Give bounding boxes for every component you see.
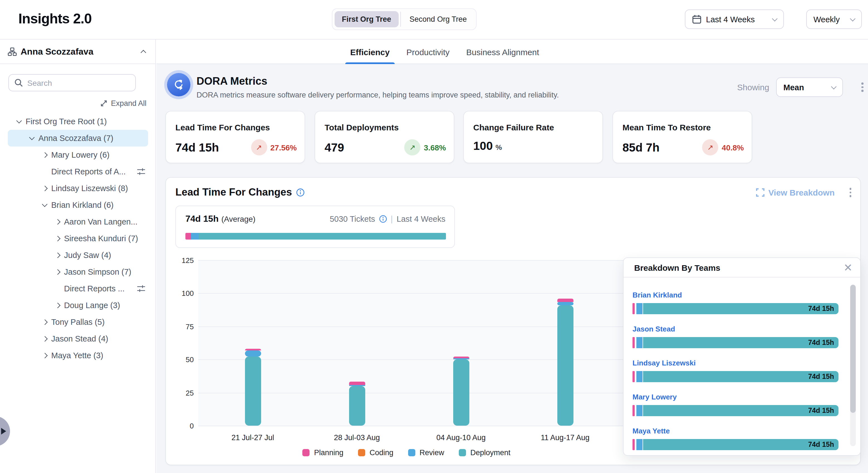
calendar-icon <box>692 14 702 24</box>
chevron-down-icon[interactable] <box>14 121 24 123</box>
panel-title: Breakdown By Teams <box>634 263 843 272</box>
chevron-right-icon[interactable] <box>53 304 62 307</box>
bar-segment-review <box>349 385 365 386</box>
tree-item-label: Tony Pallas (5) <box>51 318 105 326</box>
info-icon[interactable] <box>297 188 305 197</box>
tree-item[interactable]: Brian Kirkland (6) <box>8 197 148 213</box>
tab-productivity[interactable]: Productivity <box>406 39 450 64</box>
legend-item-deployment: Deployment <box>459 448 510 457</box>
chevron-right-icon[interactable] <box>40 320 50 324</box>
separator: | <box>391 214 393 224</box>
chevron-right-icon[interactable] <box>40 354 50 357</box>
trend-badge: ↗40.8% <box>702 139 744 155</box>
tree-item-label: Jason Simpson (7) <box>64 267 131 276</box>
tab-efficiency[interactable]: Efficiency <box>350 39 390 64</box>
tab-business-alignment[interactable]: Business Alignment <box>466 39 539 64</box>
view-breakdown-label: View Breakdown <box>768 188 835 197</box>
tree-item[interactable]: Direct Reports of A... <box>8 163 148 180</box>
chevron-down-icon[interactable] <box>27 137 37 139</box>
bar-segment-planning <box>245 349 261 350</box>
chevron-right-icon[interactable] <box>53 220 62 224</box>
lead-time-kebab-menu[interactable] <box>849 188 851 197</box>
chevron-right-icon[interactable] <box>53 237 62 240</box>
chevron-right-icon[interactable] <box>40 337 50 341</box>
expand-all-button[interactable]: Expand All <box>100 99 147 108</box>
summary-value: 74d 15h <box>185 214 219 224</box>
team-lead-time-value: 74d 15h <box>808 339 834 347</box>
bar-segment-review <box>245 350 261 357</box>
team-name-link[interactable]: Maya Yette <box>632 427 670 435</box>
chevron-right-icon[interactable] <box>53 270 62 274</box>
bar-segment-planning <box>557 299 573 302</box>
tree-item[interactable]: Tony Pallas (5) <box>8 314 148 330</box>
team-name-link[interactable]: Lindsay Liszewski <box>632 359 696 367</box>
tree-item[interactable]: Doug Lange (3) <box>8 297 148 314</box>
tree-item[interactable]: Mary Lowery (6) <box>8 147 148 163</box>
toggle-second-org-tree[interactable]: Second Org Tree <box>402 11 474 27</box>
bar-segment-planning <box>632 405 635 416</box>
bar-segment-deployment <box>557 305 573 426</box>
team-name-link[interactable]: Brian Kirkland <box>632 291 682 299</box>
team-lead-time-bar: 74d 15h <box>632 303 838 314</box>
bar-segment-deployment: 74d 15h <box>643 371 838 382</box>
tree-item-label: Aaron Van Langen... <box>64 217 137 226</box>
dora-kebab-menu[interactable] <box>861 83 863 92</box>
chevron-right-icon[interactable] <box>40 153 50 157</box>
team-lead-time-bar: 74d 15h <box>632 337 838 348</box>
stacked-bar <box>349 382 365 426</box>
team-name-link[interactable]: Jason Stead <box>632 325 675 333</box>
filter-icon[interactable] <box>137 168 145 176</box>
summary-phase-bar <box>185 233 446 240</box>
tree-item[interactable]: First Org Tree Root (1) <box>8 113 148 130</box>
legend-item-coding: Coding <box>358 448 393 457</box>
date-range-select[interactable]: Last 4 Weeks <box>685 9 784 29</box>
toggle-first-org-tree[interactable]: First Org Tree <box>335 11 398 27</box>
tree-item-label: Direct Reports of A... <box>51 167 126 176</box>
trend-up-arrow-icon: ↗ <box>404 139 421 155</box>
date-range-value: Last 4 Weeks <box>706 15 768 24</box>
team-name-link[interactable]: Mary Lowery <box>632 393 677 401</box>
bar-segment-deployment: 74d 15h <box>643 337 838 348</box>
tree-item[interactable]: Jason Simpson (7) <box>8 264 148 280</box>
tree-item[interactable]: Direct Reports ... <box>8 280 148 297</box>
sidebar-collapse-chevron[interactable] <box>142 47 145 57</box>
bar-segment-deployment <box>245 357 261 426</box>
summary-segment-review <box>191 233 199 240</box>
tree-item[interactable]: Aaron Van Langen... <box>8 213 148 230</box>
tree-item[interactable]: Maya Yette (3) <box>8 347 148 364</box>
filter-icon[interactable] <box>137 285 145 293</box>
tree-item[interactable]: Sireesha Kunduri (7) <box>8 230 148 247</box>
team-row: Lindsay Liszewski74d 15h <box>632 358 846 382</box>
tree-item[interactable]: Lindsay Liszewski (8) <box>8 180 148 197</box>
panel-scrollbar-thumb[interactable] <box>850 285 856 413</box>
view-breakdown-button[interactable]: View Breakdown <box>756 188 835 197</box>
chevron-right-icon[interactable] <box>53 254 62 257</box>
team-lead-time-value: 74d 15h <box>808 305 834 313</box>
bar-segment-review <box>637 439 643 450</box>
stacked-bar <box>245 349 261 426</box>
tab-bar: EfficiencyProductivityBusiness Alignment <box>156 39 868 64</box>
bar-segment-review <box>637 303 643 314</box>
tree-item[interactable]: Judy Saw (4) <box>8 247 148 264</box>
metric-card-change-failure-rate: Change Failure Rate100% <box>463 111 603 163</box>
tree-item[interactable]: Jason Stead (4) <box>8 330 148 347</box>
bar-segment-planning <box>349 382 365 385</box>
metric-value: 100 <box>473 139 493 153</box>
bar-segment-deployment <box>349 386 365 426</box>
team-lead-time-bar: 74d 15h <box>632 405 838 416</box>
aggregation-select[interactable]: Mean <box>776 78 843 97</box>
metric-value: 74d 15h <box>175 141 219 154</box>
breakdown-by-teams-panel: Breakdown By Teams ✕ Brian Kirkland74d 1… <box>623 257 861 456</box>
info-icon[interactable] <box>379 215 387 223</box>
legend-item-planning: Planning <box>302 448 343 457</box>
tree-item-label: Doug Lange (3) <box>64 301 120 310</box>
chevron-down-icon[interactable] <box>40 204 50 206</box>
tree-item-label: Brian Kirkland (6) <box>51 201 114 209</box>
tree-item-label: Mary Lowery (6) <box>51 150 110 159</box>
granularity-select[interactable]: Weekly <box>806 9 862 29</box>
bar-segment-deployment: 74d 15h <box>643 303 838 314</box>
tree-item[interactable]: Anna Scozzafava (7) <box>8 130 148 147</box>
close-icon[interactable]: ✕ <box>843 262 852 273</box>
chevron-right-icon[interactable] <box>40 187 50 190</box>
search-input[interactable] <box>27 78 130 87</box>
